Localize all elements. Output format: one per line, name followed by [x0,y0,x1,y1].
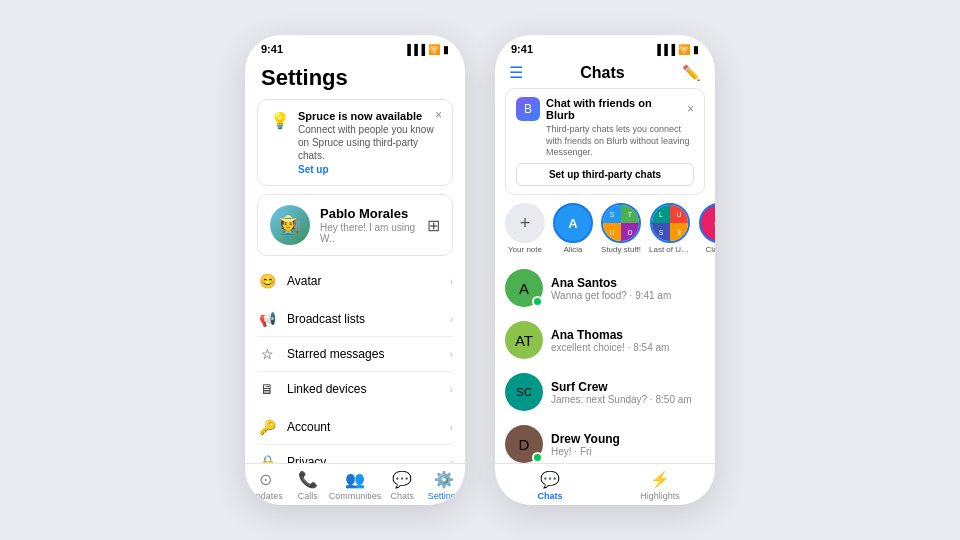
signal-icons-1: ▐▐▐ 🛜 ▮ [404,44,449,55]
settings-title: Settings [245,59,465,99]
nav-chats-icon: 💬 [392,470,412,489]
study-group-avatar: S T U D [601,203,641,243]
battery-icon: ▮ [443,44,449,55]
profile-status: Hey there! I am using W.. [320,222,417,244]
drew-young-avatar-wrap: D [505,425,543,463]
bottom-nav-2: 💬 Chats ⚡ Highlights [495,463,715,505]
story-alicia[interactable]: A Alicia [553,203,593,254]
surf-crew-info: Surf Crew James: next Sunday? · 8:50 am [551,380,705,405]
stories-row: + Your note A Alicia S T U D Study stuff… [495,203,715,262]
alicia-avatar: A [553,203,593,243]
blurb-icon: B [516,97,540,121]
ana-santos-name: Ana Santos [551,276,705,290]
bottom-nav-1: ⊙ Updates 📞 Calls 👥 Communities 💬 Chats … [245,463,465,505]
settings-banner: 💡 Spruce is now available Connect with p… [257,99,453,186]
communities-icon: 👥 [345,470,365,489]
avatar-menu-icon: 😊 [257,273,277,289]
banner-close-button[interactable]: × [435,108,442,122]
ana-thomas1-preview: excellent choice! · 8:54 am [551,342,705,353]
nav-updates[interactable]: ⊙ Updates [245,470,287,501]
banner-link[interactable]: Set up [298,164,440,175]
broadcast-label: Broadcast lists [287,312,440,326]
menu-item-avatar[interactable]: 😊 Avatar › [257,264,453,298]
menu-item-broadcast[interactable]: 📢 Broadcast lists › [257,302,453,337]
broadcast-icon: 📢 [257,311,277,327]
surf-crew-name: Surf Crew [551,380,705,394]
lastofus-group-avatar: L U S 3 [650,203,690,243]
chat-item-ana-thomas-1[interactable]: AT Ana Thomas excellent choice! · 8:54 a… [495,314,715,366]
story-lastofus[interactable]: L U S 3 Last of Us ep.3 [649,203,691,254]
privacy-icon: 🔒 [257,454,277,463]
ana-santos-preview: Wanna get food? · 9:41 am [551,290,705,301]
p2-nav-highlights[interactable]: ⚡ Highlights [605,470,715,501]
wifi-icon: 🛜 [428,44,440,55]
alicia-label: Alicia [563,245,582,254]
nav-settings-icon: ⚙️ [434,470,454,489]
story-study[interactable]: S T U D Study stuff! [601,203,641,254]
linked-arrow: › [450,384,453,395]
starred-icon: ☆ [257,346,277,362]
story-claudia[interactable]: C Claudia [699,203,715,254]
menu-item-account[interactable]: 🔑 Account › [257,410,453,445]
linked-label: Linked devices [287,382,440,396]
drew-young-preview: Hey! · Fri [551,446,705,457]
surf-crew-avatar: SC [505,373,543,411]
p2-chats-label: Chats [537,491,562,501]
drew-young-name: Drew Young [551,432,705,446]
account-arrow: › [450,422,453,433]
banner-icon: 💡 [270,111,290,130]
chat-item-drew-young[interactable]: D Drew Young Hey! · Fri [495,418,715,463]
calls-label: Calls [298,491,318,501]
banner-text-block: Spruce is now available Connect with peo… [298,110,440,175]
p2-highlights-icon: ⚡ [650,470,670,489]
avatar-emoji: 🧑‍🌾 [279,214,301,236]
study-label: Study stuff! [601,245,641,254]
add-story-button[interactable]: + [505,203,545,243]
setup-third-party-button[interactable]: Set up third-party chats [516,163,694,186]
ana-thomas1-info: Ana Thomas excellent choice! · 8:54 am [551,328,705,353]
chat-banner-title: Chat with friends on Blurb [546,97,681,121]
status-bar-2: 9:41 ▐▐▐ 🛜 ▮ [495,35,715,59]
p2-chats-icon: 💬 [540,470,560,489]
chat-banner-desc: Third-party chats lets you connect with … [546,124,694,159]
time-2: 9:41 [511,43,533,55]
nav-chats-label: Chats [390,491,414,501]
chats-header: ☰ Chats ✏️ [495,59,715,88]
nav-communities[interactable]: 👥 Communities [329,470,382,501]
nav-chats[interactable]: 💬 Chats [381,470,423,501]
lastofus-label: Last of Us ep.3 [649,245,691,254]
ana-santos-avatar-wrap: A [505,269,543,307]
nav-settings[interactable]: ⚙️ Settings [423,470,465,501]
chat-item-ana-santos[interactable]: A Ana Santos Wanna get food? · 9:41 am [495,262,715,314]
your-note-label: Your note [508,245,542,254]
qr-icon[interactable]: ⊞ [427,216,440,235]
menu-item-linked[interactable]: 🖥 Linked devices › [257,372,453,406]
menu-section-3: 🔑 Account › 🔒 Privacy › 💬 Chats › [257,410,453,463]
hamburger-menu-icon[interactable]: ☰ [509,63,523,82]
p2-highlights-label: Highlights [640,491,680,501]
menu-item-starred[interactable]: ☆ Starred messages › [257,337,453,372]
chat-banner: B Chat with friends on Blurb × Third-par… [505,88,705,195]
ana-thomas1-avatar-wrap: AT [505,321,543,359]
menu-item-privacy[interactable]: 🔒 Privacy › [257,445,453,463]
starred-arrow: › [450,349,453,360]
profile-card[interactable]: 🧑‍🌾 Pablo Morales Hey there! I am using … [257,194,453,256]
nav-calls[interactable]: 📞 Calls [287,470,329,501]
banner-desc: Connect with people you know on Spruce u… [298,123,440,162]
drew-young-info: Drew Young Hey! · Fri [551,432,705,457]
settings-content: Settings 💡 Spruce is now available Conne… [245,59,465,463]
chats-title: Chats [580,64,624,82]
ana-santos-online-dot [532,296,543,307]
linked-icon: 🖥 [257,381,277,397]
claudia-avatar: C [699,203,715,243]
starred-label: Starred messages [287,347,440,361]
signal-icon-2: ▐▐▐ [654,44,675,55]
story-your-note[interactable]: + Your note [505,203,545,254]
chat-item-surf-crew[interactable]: SC Surf Crew James: next Sunday? · 8:50 … [495,366,715,418]
p2-nav-chats[interactable]: 💬 Chats [495,470,605,501]
chat-banner-close-button[interactable]: × [687,102,694,116]
updates-label: Updates [249,491,283,501]
edit-icon[interactable]: ✏️ [682,64,701,82]
phone-chats: 9:41 ▐▐▐ 🛜 ▮ ☰ Chats ✏️ B Chat with frie… [495,35,715,505]
claudia-label: Claudia [705,245,715,254]
